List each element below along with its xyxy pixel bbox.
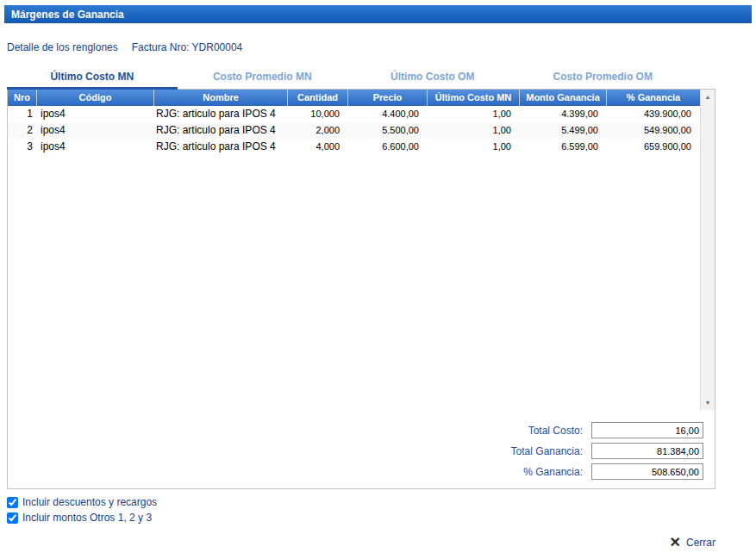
cell: 10,000 (288, 106, 348, 122)
cell: 2,000 (288, 122, 348, 139)
cell: RJG: articulo para IPOS 4 (154, 106, 288, 122)
column-header[interactable]: Nro (8, 90, 37, 106)
detail-label: Detalle de los renglones (7, 41, 118, 53)
cell: 3 (8, 139, 37, 155)
options-section: Incluir descuentos y recargos Incluir mo… (7, 496, 756, 524)
column-header[interactable]: Monto Ganancia (520, 90, 607, 106)
total-costo-label: Total Costo: (528, 425, 583, 437)
column-header[interactable]: Código (37, 90, 154, 106)
subheader: Detalle de los renglones Factura Nro: YD… (7, 41, 756, 53)
cell: 6.599,00 (520, 139, 607, 155)
cell: 5.499,00 (520, 122, 607, 139)
scrollbar-track[interactable] (701, 104, 715, 395)
total-costo-field[interactable] (591, 422, 703, 438)
total-ganancia-label: Total Ganancia: (511, 445, 583, 457)
cell: 549.900,00 (607, 122, 700, 139)
column-header[interactable]: Precio (348, 90, 428, 106)
cell: ipos4 (37, 139, 154, 155)
cell: RJG: articulo para IPOS 4 (154, 122, 288, 139)
column-header[interactable]: Último Costo MN (428, 90, 520, 106)
dialog-titlebar: Márgenes de Ganancia (4, 5, 752, 23)
grid-panel: NroCódigoNombreCantidadPrecioÚltimo Cost… (7, 89, 715, 489)
footer: ✕ Cerrar (0, 536, 715, 550)
total-ganancia-field[interactable] (591, 443, 703, 459)
tab-costo-promedio-om[interactable]: Costo Promedio OM (518, 68, 689, 90)
total-ganancia-row: Total Ganancia: (511, 443, 703, 459)
grid-body: 1ipos4RJG: articulo para IPOS 410,0004.4… (8, 106, 700, 155)
scroll-down-icon[interactable]: ▼ (701, 395, 715, 410)
cell: 4.399,00 (520, 106, 607, 122)
cell: 4,000 (288, 139, 348, 155)
close-icon[interactable]: ✕ (670, 536, 681, 550)
cell: 1,00 (428, 122, 520, 139)
checkbox-incluir-montos-otros[interactable]: Incluir montos Otros 1, 2 y 3 (7, 512, 756, 524)
column-header[interactable]: Cantidad (288, 90, 348, 106)
column-header[interactable]: Nombre (154, 90, 288, 106)
grid-area: NroCódigoNombreCantidadPrecioÚltimo Cost… (8, 90, 715, 410)
column-header[interactable]: % Ganancia (607, 90, 700, 106)
scroll-up-icon[interactable]: ▲ (701, 90, 715, 104)
cell: RJG: articulo para IPOS 4 (154, 139, 288, 155)
cell: 1,00 (428, 106, 520, 122)
table-row[interactable]: 3ipos4RJG: articulo para IPOS 44,0006.60… (8, 139, 700, 155)
cell: ipos4 (37, 106, 154, 122)
checkbox-incluir-descuentos-input[interactable] (7, 497, 18, 508)
checkbox-incluir-descuentos-label: Incluir descuentos y recargos (22, 496, 157, 508)
vertical-scrollbar[interactable]: ▲ ▼ (700, 90, 715, 410)
grid-header: NroCódigoNombreCantidadPrecioÚltimo Cost… (8, 90, 700, 106)
cell: ipos4 (37, 122, 154, 139)
cell: 4.400,00 (348, 106, 428, 122)
cell: 5.500,00 (348, 122, 428, 139)
tab-costo-promedio-mn[interactable]: Costo Promedio MN (178, 68, 348, 90)
invoice-number-label: Factura Nro: YDR00004 (132, 41, 243, 53)
cell: 659.900,00 (607, 139, 700, 155)
table-row[interactable]: 2ipos4RJG: articulo para IPOS 42,0005.50… (8, 122, 700, 139)
cell: 2 (8, 122, 37, 139)
total-costo-row: Total Costo: (528, 422, 703, 438)
totals-section: Total Costo: Total Ganancia: % Ganancia: (8, 410, 715, 480)
close-button[interactable]: Cerrar (686, 537, 715, 549)
cell: 1 (8, 106, 37, 122)
pct-ganancia-row: % Ganancia: (523, 463, 703, 480)
checkbox-incluir-montos-otros-input[interactable] (7, 512, 18, 524)
tab-bar: Último Costo MN Costo Promedio MN Último… (7, 68, 688, 90)
tab-ultimo-costo-mn[interactable]: Último Costo MN (7, 68, 178, 90)
cell: 439.900,00 (607, 106, 700, 122)
dialog-title: Márgenes de Ganancia (11, 9, 124, 21)
pct-ganancia-label: % Ganancia: (523, 466, 583, 478)
data-grid: NroCódigoNombreCantidadPrecioÚltimo Cost… (8, 90, 700, 410)
checkbox-incluir-descuentos[interactable]: Incluir descuentos y recargos (7, 496, 756, 508)
checkbox-incluir-montos-otros-label: Incluir montos Otros 1, 2 y 3 (22, 512, 152, 524)
tab-ultimo-costo-om[interactable]: Último Costo OM (347, 68, 518, 90)
table-row[interactable]: 1ipos4RJG: articulo para IPOS 410,0004.4… (8, 106, 700, 122)
margins-dialog: Márgenes de Ganancia Detalle de los reng… (0, 5, 756, 550)
cell: 1,00 (428, 139, 520, 155)
cell: 6.600,00 (348, 139, 428, 155)
pct-ganancia-field[interactable] (591, 463, 703, 480)
